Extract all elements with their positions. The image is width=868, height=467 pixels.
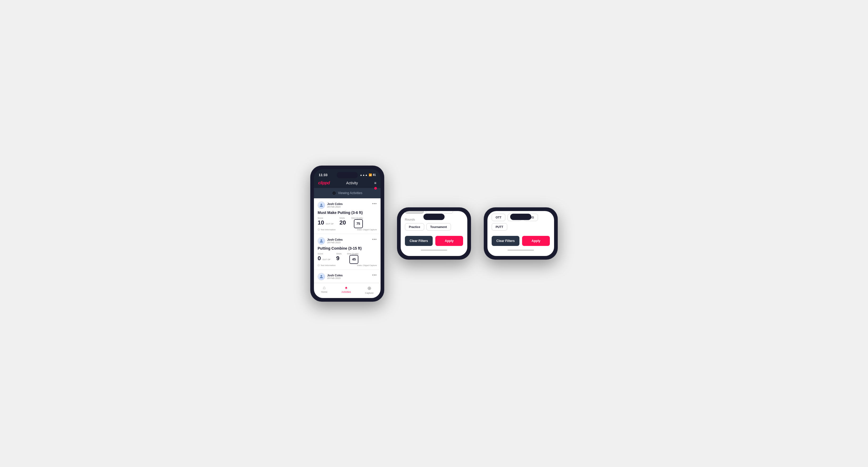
chip-putt-3[interactable]: PUTT: [492, 223, 507, 230]
user-details-3: Josh Coles 28 Feb 2023: [327, 274, 343, 280]
user-name-2: Josh Coles: [327, 238, 343, 241]
signal-icon-1: ▲▲▲: [360, 174, 368, 176]
shot-quality-section-2: Shot Quality 45: [347, 253, 359, 264]
avatar-1: [318, 201, 325, 209]
svg-point-0: [320, 204, 322, 205]
avatar-2: [318, 237, 325, 245]
bottom-nav-1: ⌂ Home ♠ Activities ⊕ Capture: [314, 283, 380, 298]
clear-filters-3[interactable]: Clear Filters: [492, 236, 520, 246]
user-details-2: Josh Coles 28 Feb 2023: [327, 238, 343, 244]
dynamic-island-1: [337, 172, 358, 178]
svg-point-1: [320, 239, 322, 241]
shot-quality-badge-1: 75: [354, 219, 363, 228]
avatar-img-3: [318, 273, 325, 280]
card-1-header: Josh Coles 28 Feb 2023 •••: [318, 201, 377, 209]
svg-point-2: [320, 275, 322, 277]
status-icons-1: ▲▲▲ 📶 81: [360, 174, 376, 176]
shots-value-1: 20: [340, 219, 346, 226]
card-footer-1: ⓘ Test Information Data: Clippd Capture: [318, 228, 377, 231]
activity-card-3[interactable]: Josh Coles 28 Feb 2023 •••: [314, 270, 380, 283]
info-icon-2: ⓘ: [318, 264, 320, 267]
user-details-1: Josh Coles 28 Feb 2023: [327, 202, 343, 208]
nav-home-label-1: Home: [321, 291, 328, 293]
clear-filters-2[interactable]: Clear Filters: [405, 236, 433, 246]
nav-activities-1[interactable]: ♠ Activities: [341, 285, 351, 294]
phone-3: 11:33 ▲▲▲ 📶 81 clippd Activity ≡ ⚙ Viewi…: [484, 207, 558, 260]
avatar-img-2: [318, 238, 325, 244]
dynamic-island-3: [510, 214, 531, 220]
menu-icon-1[interactable]: ≡: [374, 181, 376, 185]
scene: 11:33 ▲▲▲ 📶 81 clippd Activity ≡ ⚙ Viewi…: [300, 150, 568, 318]
more-dots-1[interactable]: •••: [372, 201, 377, 206]
score-section-2: Score 0 OUT OF: [318, 253, 331, 262]
activity-list-1: Josh Coles 28 Feb 2023 ••• Must Make Put…: [314, 198, 380, 283]
chip-ott-3[interactable]: OTT: [492, 214, 505, 221]
filter-buttons-2: Clear Filters Apply: [405, 236, 463, 246]
user-info-3: Josh Coles 28 Feb 2023: [318, 273, 343, 280]
phone-3-screen: 11:33 ▲▲▲ 📶 81 clippd Activity ≡ ⚙ Viewi…: [488, 211, 554, 256]
user-info-2: Josh Coles 28 Feb 2023: [318, 237, 343, 245]
more-dots-3[interactable]: •••: [372, 273, 377, 277]
app-header-1: clippd Activity ≡: [314, 179, 380, 188]
viewing-bar-1[interactable]: ⚙ Viewing Activities: [314, 188, 380, 198]
data-source-2: Data: Clippd Capture: [357, 264, 377, 267]
viewing-dot-1: [374, 187, 377, 190]
nav-capture-label-1: Capture: [365, 292, 373, 294]
phone-1: 11:33 ▲▲▲ 📶 81 clippd Activity ≡ ⚙ Viewi…: [310, 165, 384, 302]
activity-card-2[interactable]: Josh Coles 28 Feb 2023 ••• Putting Combi…: [314, 234, 380, 270]
card-2-header: Josh Coles 28 Feb 2023 •••: [318, 237, 377, 245]
card-footer-2: ⓘ Test Information Data: Clippd Capture: [318, 264, 377, 267]
user-date-2: 28 Feb 2023: [327, 241, 343, 244]
user-info-1: Josh Coles 28 Feb 2023: [318, 201, 343, 209]
rounds-chips-2: Practice Tournament: [405, 223, 463, 230]
card-1-title: Must Make Putting (3-6 ft): [318, 211, 377, 215]
test-info-2: ⓘ Test Information: [318, 264, 336, 267]
wifi-icon-1: 📶: [369, 174, 372, 176]
shots-section-1: Shots 20: [340, 217, 346, 226]
chip-tournament-2[interactable]: Tournament: [426, 223, 451, 230]
avatar-img-1: [318, 202, 325, 209]
status-time-1: 11:33: [319, 173, 328, 177]
apply-button-3[interactable]: Apply: [522, 236, 550, 246]
data-source-1: Data: Clippd Capture: [357, 228, 377, 231]
apply-button-2[interactable]: Apply: [435, 236, 463, 246]
activities-icon-1: ♠: [345, 285, 347, 290]
shots-value-2: 9: [336, 255, 339, 261]
score-section-1: Score 10 OUT OF: [318, 217, 334, 226]
activity-card-1[interactable]: Josh Coles 28 Feb 2023 ••• Must Make Put…: [314, 198, 380, 234]
shots-section-2: Shots 9: [336, 253, 341, 262]
phone-2-screen: 11:33 ▲▲▲ 📶 81 clippd Activity ≡ ⚙ Viewi…: [401, 211, 467, 256]
phone-2: 11:33 ▲▲▲ 📶 81 clippd Activity ≡ ⚙ Viewi…: [397, 207, 471, 260]
more-dots-2[interactable]: •••: [372, 237, 377, 242]
show-chips-2: Rounds Practice Drills: [405, 211, 463, 214]
capture-icon-1: ⊕: [367, 285, 371, 291]
nav-capture-1[interactable]: ⊕ Capture: [365, 285, 373, 294]
filter-buttons-3: Clear Filters Apply: [492, 236, 550, 246]
chip-practice-2[interactable]: Practice: [405, 223, 424, 230]
viewing-bar-text-1: Viewing Activities: [338, 191, 362, 195]
chip-rounds-2[interactable]: Rounds: [405, 211, 424, 214]
chip-practice-drills-2[interactable]: Practice Drills: [426, 211, 453, 214]
test-info-1: ⓘ Test Information: [318, 228, 336, 231]
dynamic-island-2: [424, 214, 444, 220]
drills-label-3: Practice Drills: [492, 211, 550, 212]
user-name-1: Josh Coles: [327, 202, 343, 206]
shot-quality-section-1: Shot Quality 75: [351, 217, 363, 228]
score-value-1: 10: [318, 219, 324, 226]
user-date-3: 28 Feb 2023: [327, 277, 343, 280]
card-3-header: Josh Coles 28 Feb 2023 •••: [318, 273, 377, 280]
battery-1: 81: [373, 174, 376, 176]
nav-activities-label-1: Activities: [341, 291, 351, 293]
phone-1-screen: 11:33 ▲▲▲ 📶 81 clippd Activity ≡ ⚙ Viewi…: [314, 169, 380, 298]
avatar-3: [318, 273, 325, 280]
logo-1: clippd: [318, 181, 330, 185]
user-name-3: Josh Coles: [327, 274, 343, 277]
nav-home-1[interactable]: ⌂ Home: [321, 285, 328, 294]
viewing-bar-icon-1: ⚙: [332, 191, 336, 196]
info-icon-1: ⓘ: [318, 228, 320, 231]
shot-quality-badge-2: 45: [349, 255, 359, 264]
header-title-1: Activity: [346, 181, 358, 185]
score-value-2: 0: [318, 255, 321, 262]
card-2-title: Putting Combine (3-15 ft): [318, 246, 377, 250]
home-icon-1: ⌂: [323, 285, 326, 290]
